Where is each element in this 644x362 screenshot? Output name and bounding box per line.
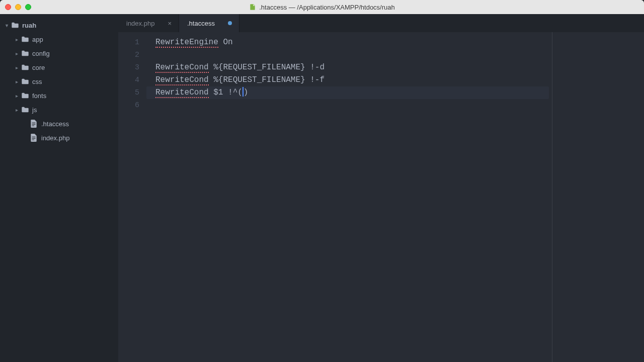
titlebar: .htaccess — /Applications/XAMPP/htdocs/r…	[0, 0, 644, 14]
code-line[interactable]: RewriteCond $1 !^()	[146, 86, 549, 99]
tree-file[interactable]: .htaccess	[0, 117, 118, 131]
body-split: ruah app config core css fonts js .htacc…	[0, 14, 644, 362]
tree-item-label: app	[32, 36, 43, 43]
tabbar: index.php×.htaccess	[118, 14, 644, 32]
line-number: 6	[118, 99, 139, 112]
file-icon	[30, 134, 37, 142]
tree-folder[interactable]: core	[0, 60, 118, 74]
tab-label: index.php	[126, 20, 154, 27]
tree-item-label: .htaccess	[41, 120, 69, 128]
folder-icon	[21, 64, 29, 71]
line-number: 4	[118, 74, 139, 86]
chevron-right-icon	[14, 65, 19, 70]
code-content[interactable]: RewriteEngine On RewriteCond %{REQUEST_F…	[146, 32, 549, 362]
folder-icon	[21, 78, 29, 85]
folder-icon	[21, 36, 29, 43]
chevron-down-icon	[4, 23, 9, 28]
tab-index-php[interactable]: index.php×	[118, 14, 179, 32]
dirty-indicator-icon[interactable]	[228, 21, 232, 25]
tree-folder[interactable]: app	[0, 32, 118, 46]
line-number: 5	[118, 86, 139, 99]
window-close-button[interactable]	[5, 4, 11, 10]
editor-area: index.php×.htaccess 123456 RewriteEngine…	[118, 14, 644, 362]
code-line[interactable]: RewriteCond %{REQUEST_FILENAME} !-d	[155, 63, 325, 73]
code-line[interactable]: RewriteCond %{REQUEST_FILENAME} !-f	[155, 75, 325, 85]
chevron-right-icon	[14, 93, 19, 99]
tree-root-label: ruah	[22, 22, 36, 29]
code-line[interactable]	[155, 113, 160, 122]
tree-folder[interactable]: config	[0, 46, 118, 60]
chevron-right-icon	[14, 37, 19, 42]
tree-folder[interactable]: fonts	[0, 88, 118, 103]
tree-item-label: js	[32, 106, 37, 114]
tree-item-label: index.php	[41, 134, 69, 142]
gutter: 123456	[118, 32, 146, 362]
code-line[interactable]	[155, 50, 160, 59]
window-minimize-button[interactable]	[15, 4, 21, 10]
tree-item-label: config	[32, 50, 50, 57]
tab--htaccess[interactable]: .htaccess	[179, 14, 239, 32]
line-number: 2	[118, 49, 139, 61]
code-line[interactable]: RewriteEngine On	[155, 38, 233, 48]
window-title: .htaccess — /Applications/XAMPP/htdocs/r…	[0, 4, 644, 11]
line-number: 3	[118, 61, 139, 74]
chevron-right-icon	[14, 107, 19, 113]
editor-window: .htaccess — /Applications/XAMPP/htdocs/r…	[0, 0, 644, 362]
close-icon[interactable]: ×	[168, 20, 172, 27]
file-icon	[30, 120, 37, 128]
tree-folder[interactable]: css	[0, 74, 118, 88]
tree-item-label: fonts	[32, 92, 46, 100]
file-tree[interactable]: ruah app config core css fonts js .htacc…	[0, 14, 118, 362]
folder-icon	[21, 92, 29, 99]
window-controls	[5, 4, 31, 10]
tree-folder[interactable]: js	[0, 103, 118, 117]
wrap-guide	[552, 32, 552, 362]
window-title-text: .htaccess — /Applications/XAMPP/htdocs/r…	[259, 4, 395, 11]
text-cursor	[243, 87, 244, 97]
folder-icon	[21, 50, 29, 57]
folder-icon	[21, 106, 29, 113]
tree-item-label: css	[32, 78, 42, 85]
window-maximize-button[interactable]	[25, 4, 31, 10]
line-number: 1	[118, 36, 139, 49]
code-editor[interactable]: 123456 RewriteEngine On RewriteCond %{RE…	[118, 32, 644, 362]
tree-file[interactable]: index.php	[0, 131, 118, 145]
folder-icon	[11, 22, 19, 29]
chevron-right-icon	[14, 79, 19, 84]
tab-label: .htaccess	[187, 20, 215, 27]
tree-item-label: core	[32, 64, 45, 71]
chevron-right-icon	[14, 51, 19, 56]
file-icon	[249, 4, 256, 11]
tree-root[interactable]: ruah	[0, 18, 118, 32]
